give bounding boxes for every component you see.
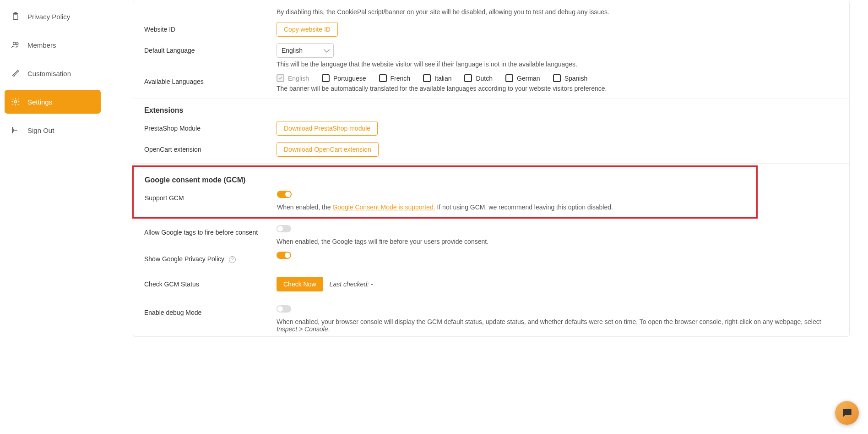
lang-label: German [517,75,540,82]
allow-tags-label: Allow Google tags to fire before consent [144,225,277,236]
available-languages-help: The banner will be automatically transla… [277,85,838,92]
debug-mode-label: Enable debug Mode [144,305,277,316]
debug-mode-help: When enabled, your browser console will … [277,318,838,333]
lang-french[interactable]: French [379,74,411,82]
sidebar-item-label: Customisation [27,70,71,77]
sidebar-item-label: Sign Out [27,126,54,134]
website-id-label: Website ID [144,22,277,33]
users-icon [11,40,20,49]
show-privacy-label: Show Google Privacy Policy ? [144,252,277,263]
available-languages-label: Available Languages [144,74,277,85]
download-opencart-button[interactable]: Download OpenCart extension [277,142,379,157]
lang-portuguese[interactable]: Portuguese [322,74,366,82]
check-now-button[interactable]: Check Now [277,277,323,291]
extensions-title: Extensions [133,101,849,115]
lang-label: Italian [434,75,451,82]
section-general: By disabling this, the CookiePal script/… [133,0,849,99]
last-checked-text: Last checked: - [330,280,373,288]
checkbox-italian[interactable] [423,74,431,82]
chat-button[interactable] [835,401,859,425]
lang-english: English [277,74,309,82]
chat-icon [841,407,853,419]
sidebar-item-label: Privacy Policy [27,13,70,21]
sidebar-item-members[interactable]: Members [5,33,101,57]
main-content: By disabling this, the CookiePal script/… [105,0,868,434]
sidebar: Privacy Policy Members Customisation Set… [0,0,105,434]
sidebar-item-signout[interactable]: Sign Out [5,118,101,142]
lang-label: Spanish [564,75,588,82]
default-language-help: This will be the language that the websi… [277,60,838,68]
checkbox-french[interactable] [379,74,387,82]
lang-label: Portuguese [333,75,366,82]
disable-help-text: By disabling this, the CookiePal script/… [277,8,838,16]
gear-icon [11,97,20,106]
sidebar-item-label: Members [27,41,56,49]
checkbox-german[interactable] [505,74,513,82]
default-language-label: Default Language [144,43,277,54]
lang-german[interactable]: German [505,74,540,82]
clipboard-icon [11,12,20,21]
sidebar-item-privacy-policy[interactable]: Privacy Policy [5,5,101,28]
sidebar-item-settings[interactable]: Settings [5,90,101,114]
svg-point-3 [16,43,18,45]
default-language-select[interactable]: English [277,43,334,58]
allow-tags-help: When enabled, the Google tags will fire … [277,238,838,245]
allow-tags-toggle[interactable] [277,225,291,232]
lang-dutch[interactable]: Dutch [464,74,493,82]
copy-website-id-button[interactable]: Copy website ID [277,22,338,37]
support-gcm-toggle[interactable] [277,191,292,198]
checkbox-dutch[interactable] [464,74,472,82]
svg-point-4 [15,101,17,103]
sidebar-item-customisation[interactable]: Customisation [5,61,101,85]
help-icon[interactable]: ? [229,256,236,263]
prestashop-label: PrestaShop Module [144,121,277,132]
brush-icon [11,69,20,78]
download-prestashop-button[interactable]: Download PrestaShop module [277,121,378,136]
settings-card: By disabling this, the CookiePal script/… [133,0,850,337]
svg-point-2 [13,42,16,45]
gcm-link[interactable]: Google Consent Mode is supported. [332,203,435,211]
lang-label: Dutch [476,75,493,82]
checkbox-portuguese[interactable] [322,74,330,82]
empty-label [144,8,277,12]
select-value: English [277,43,334,58]
show-privacy-toggle[interactable] [277,252,291,259]
debug-mode-toggle[interactable] [277,305,291,313]
gcm-title: Google consent mode (GCM) [134,170,756,184]
support-gcm-help: When enabled, the Google Consent Mode is… [277,203,745,211]
lang-label: French [391,75,411,82]
section-gcm: Google consent mode (GCM) Support GCM Wh… [133,164,849,336]
lang-label: English [288,75,309,82]
sidebar-item-label: Settings [27,98,52,106]
checkbox-english [277,74,284,82]
lang-spanish[interactable]: Spanish [553,74,588,82]
section-extensions: Extensions PrestaShop Module Download Pr… [133,99,849,164]
available-languages-list: English Portuguese French [277,74,838,82]
lang-italian[interactable]: Italian [423,74,451,82]
opencart-label: OpenCart extension [144,142,277,153]
signout-icon [11,126,20,135]
checkbox-spanish[interactable] [553,74,561,82]
support-gcm-label: Support GCM [145,191,277,202]
gcm-highlight: Google consent mode (GCM) Support GCM Wh… [132,165,758,219]
check-gcm-label: Check GCM Status [144,277,277,288]
